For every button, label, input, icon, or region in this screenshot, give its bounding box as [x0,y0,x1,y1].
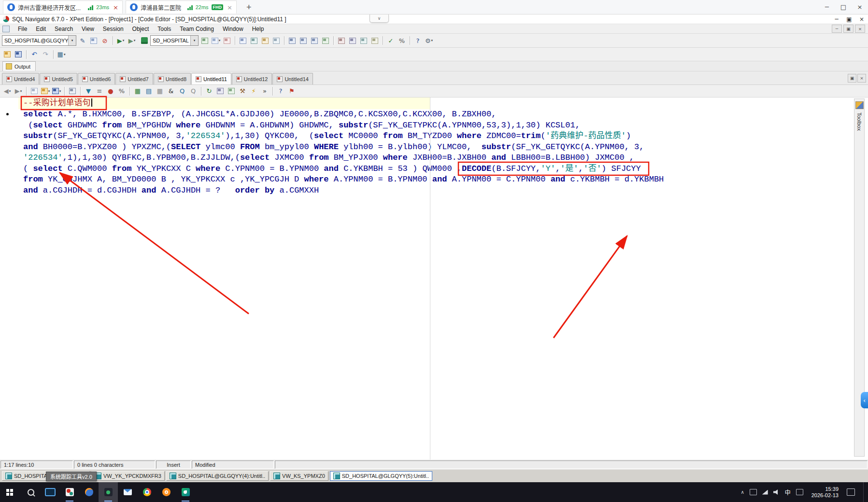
grid-options2-icon[interactable]: ▦ [155,86,165,97]
profiler-icon[interactable]: % [397,35,407,46]
quick-query-icon[interactable]: Q [177,86,187,97]
search-button[interactable] [21,482,41,502]
document-button-2[interactable]: VW_YK_YPCKDMXFR3 [91,471,165,481]
context-help-icon[interactable]: ? [275,86,286,97]
menu-item-session[interactable]: Session [99,26,128,32]
editor-tab-untitled4[interactable]: Untitled4 [2,73,39,84]
preferences-icon[interactable]: ⚙▾ [424,35,434,46]
tray-expand-icon[interactable]: ∧ [740,489,744,495]
show-desktop-button[interactable] [863,482,866,502]
document-button-3[interactable]: SD_HOSPITAL@GLGQYY(4):Untitl.. [166,471,269,481]
minimize-button[interactable]: ─ [819,0,835,14]
editor-tab-untitled6[interactable]: Untitled6 [78,73,115,84]
tab-output[interactable]: Output [2,61,36,71]
snipping-tool-icon[interactable] [41,482,60,502]
benchmark-icon[interactable] [370,35,380,46]
touch-keyboard-icon[interactable] [796,489,803,495]
tune-icon[interactable]: ⚒ [237,86,248,97]
foxmail-icon[interactable] [118,482,137,502]
ime-icon[interactable]: 中 [785,488,791,496]
output-window-icon[interactable] [287,35,298,46]
editor-tab-untitled11[interactable]: Untitled11 [191,73,231,84]
execute-statement-icon[interactable]: ⚡ [248,86,259,97]
dbms-output-icon[interactable] [298,35,309,46]
taskbar-clock[interactable]: 15:39 2026-02-13 [811,486,839,499]
mdi-close-button[interactable]: × [855,25,865,33]
open-file2-icon[interactable]: ▾ [40,86,51,97]
chevron-down-icon[interactable]: ▾ [68,36,76,45]
help-icon[interactable]: ? [413,35,423,46]
green-app-icon[interactable] [176,482,195,502]
bind-variable-icon[interactable]: & [166,86,176,97]
notification-center-icon[interactable] [847,488,855,496]
editor-tab-untitled5[interactable]: Untitled5 [40,73,77,84]
describe-object-icon[interactable] [336,35,347,46]
code-pane[interactable]: --采购计划单语句select A.*, B.HXMC00, B.SFZBYP,… [18,98,841,460]
query-builder-icon[interactable]: Q [188,86,199,97]
editor-tab-untitled14[interactable]: Untitled14 [272,73,313,84]
menu-item-object[interactable]: Object [128,26,154,32]
step-over-icon[interactable]: » [259,86,270,97]
save-icon[interactable] [13,49,24,60]
titlebar-dropdown-button[interactable]: ∨ [370,14,389,23]
close-button[interactable]: × [852,0,868,14]
start-button[interactable] [2,482,21,502]
flag-icon[interactable]: ⚑ [286,86,297,97]
server-output-icon[interactable]: ✓ [385,35,396,46]
network-icon[interactable] [762,490,768,495]
end-session-icon[interactable]: ⊘ [100,35,110,46]
maximize-button[interactable]: □ [835,0,852,14]
menu-item-tools[interactable]: Tools [153,26,175,32]
code-roadmap-icon[interactable] [222,35,232,46]
editor-tab-untitled7[interactable]: Untitled7 [115,73,153,84]
explain-plan-icon[interactable]: ▾ [211,35,221,46]
tab-list-icon[interactable]: ▣ [848,74,856,83]
redo-icon[interactable]: ↷ [40,49,51,60]
firefox-icon[interactable] [79,482,99,502]
sql-developer-icon[interactable] [60,482,79,502]
open-file-icon[interactable] [2,49,13,60]
nav-back-icon[interactable]: ◀▾ [2,86,13,97]
percent-icon[interactable]: % [116,86,127,97]
grid-view-icon[interactable]: ▦▾ [56,49,67,60]
app-minimize-button[interactable]: ─ [830,14,843,24]
menu-item-help[interactable]: Help [248,26,269,32]
editor-tab-untitled8[interactable]: Untitled8 [154,73,191,84]
analyze-code-icon[interactable] [199,35,210,46]
app-close-button[interactable]: × [855,14,868,24]
document-button-4[interactable]: VW_KS_YPMXZ0 [270,471,328,481]
chevron-down-icon[interactable]: ▾ [190,36,198,45]
mdi-restore-button[interactable]: ▣ [843,25,854,33]
new-file-icon[interactable] [29,86,40,97]
breakpoint-icon[interactable]: ● [105,86,116,97]
session-combo[interactable]: SD_HOSPITAL@GLGQYY(5 ▾ [2,35,76,46]
remote-tab-1[interactable]: 漳州古雷港经济开发区... 23ms × [3,0,123,14]
new-tab-button[interactable]: + [246,0,252,14]
app-restore-button[interactable]: ▣ [843,14,855,24]
sort-icon[interactable]: ≡ [94,86,105,97]
mdi-minimize-button[interactable]: ─ [832,25,842,33]
nav-forward-icon[interactable]: ▶▾ [13,86,24,97]
save-file-icon[interactable]: ▾ [51,86,62,97]
browser-360-icon[interactable] [157,482,176,502]
close-editor-icon[interactable]: × [857,74,866,83]
menu-item-window[interactable]: Window [218,26,248,32]
spool-output-icon[interactable] [309,35,320,46]
code-area[interactable]: --采购计划单语句select A.*, B.HXMC00, B.SFZBYP,… [23,98,664,196]
edit-session-icon[interactable]: ✎ [77,35,88,46]
db-navigator-icon[interactable] [249,35,259,46]
copy-icon[interactable] [215,86,226,97]
menu-item-search[interactable]: Search [50,26,77,32]
chrome-icon[interactable] [137,482,157,502]
document-button-5[interactable]: SD_HOSPITAL@GLGQYY(5):Untitl.. [330,471,432,481]
goto-icon[interactable] [271,35,282,46]
code-editor[interactable]: --采购计划单语句select A.*, B.HXMC00, B.SFZBYP,… [0,98,868,460]
object-editor-icon[interactable] [347,35,358,46]
close-tab-icon[interactable]: × [227,4,232,11]
refresh-icon[interactable]: ↻ [204,86,214,97]
undo-icon[interactable]: ↶ [29,49,40,60]
code-template-icon[interactable] [320,35,331,46]
menu-item-file[interactable]: File [14,26,31,32]
session-browser-icon[interactable] [88,35,99,46]
schema-combo[interactable]: SD_HOSPITAL ▾ [150,35,199,46]
